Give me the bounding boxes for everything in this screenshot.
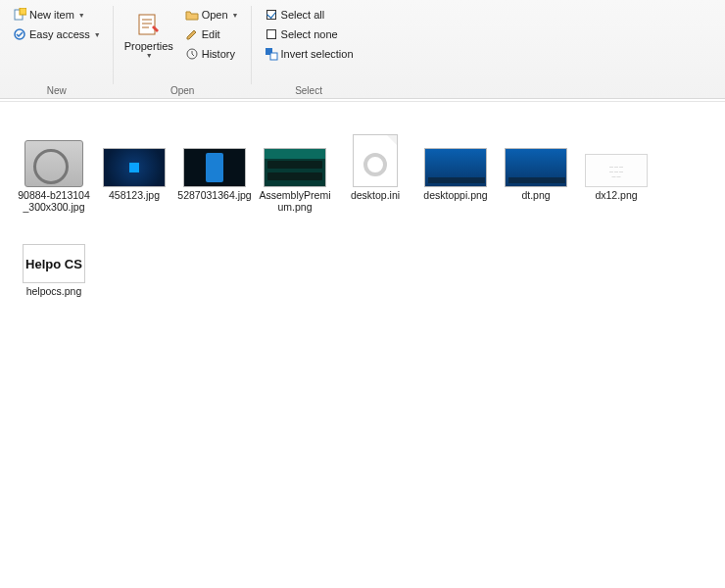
history-button[interactable]: History (180, 45, 244, 63)
file-name: dt.png (521, 189, 550, 201)
open-label: Open (202, 9, 228, 21)
file-item[interactable]: 5287031364.jpg (174, 122, 255, 218)
dropdown-caret-icon: ▼ (232, 12, 239, 19)
file-item[interactable]: 458123.jpg (94, 122, 174, 218)
file-item[interactable]: desktop.ini (335, 122, 415, 218)
select-all-icon (265, 8, 278, 22)
file-name: helpocs.png (26, 285, 82, 297)
helpo-thumb-text: Helpo CS (23, 244, 85, 283)
svg-rect-3 (139, 15, 155, 34)
select-all-button[interactable]: Select all (260, 6, 359, 24)
open-button[interactable]: Open ▼ (180, 6, 244, 24)
invert-selection-icon (265, 47, 278, 61)
file-item[interactable]: dt.png (496, 122, 576, 218)
file-thumbnail (21, 126, 87, 187)
svg-rect-1 (20, 8, 26, 15)
file-item[interactable]: 90884-b213104_300x300.jpg (14, 122, 94, 218)
properties-label: Properties (124, 40, 173, 52)
edit-label: Edit (202, 28, 220, 40)
invert-selection-label: Invert selection (281, 48, 354, 60)
edit-button[interactable]: Edit (180, 25, 244, 43)
properties-icon (135, 11, 163, 38)
files-area[interactable]: 90884-b213104_300x300.jpg 458123.jpg 528… (0, 102, 725, 302)
file-name: 90884-b213104_300x300.jpg (16, 189, 92, 213)
group-label-select: Select (260, 85, 359, 98)
new-item-icon (13, 8, 26, 22)
group-label-new: New (8, 85, 106, 98)
file-name: desktoppi.png (423, 189, 487, 201)
easy-access-icon (13, 27, 26, 41)
file-thumbnail (262, 126, 328, 187)
ribbon-group-select: Select all Select none Invert selection … (252, 0, 366, 98)
file-name: desktop.ini (351, 189, 400, 201)
history-label: History (202, 48, 235, 60)
ribbon-group-open: Properties ▼ Open ▼ E (114, 0, 252, 98)
file-thumbnail (503, 126, 569, 187)
select-all-label: Select all (281, 9, 325, 21)
dropdown-caret-icon: ▼ (78, 12, 85, 19)
file-name: AssemblyPremium.png (257, 189, 333, 213)
file-thumbnail: — — —— — —— — (583, 126, 650, 187)
group-label-open: Open (121, 85, 244, 98)
file-thumbnail (342, 126, 409, 187)
file-item[interactable]: — — —— — —— — dx12.png (576, 122, 656, 218)
history-icon (185, 47, 199, 61)
open-icon (185, 8, 199, 22)
file-name: 458123.jpg (109, 189, 160, 201)
dropdown-caret-icon: ▼ (94, 31, 101, 38)
easy-access-button[interactable]: Easy access ▼ (8, 25, 106, 43)
new-item-button[interactable]: New item ▼ (8, 6, 106, 24)
select-none-label: Select none (281, 28, 338, 40)
properties-button[interactable]: Properties ▼ (121, 6, 176, 62)
file-thumbnail (101, 126, 168, 187)
file-item[interactable]: desktoppi.png (415, 122, 496, 218)
ribbon: New item ▼ Easy access ▼ New (0, 0, 725, 99)
easy-access-label: Easy access (29, 28, 90, 40)
select-none-button[interactable]: Select none (260, 25, 359, 43)
dropdown-caret-icon: ▼ (146, 52, 153, 59)
file-item[interactable]: Helpo CS helpocs.png (14, 218, 94, 302)
file-name: 5287031364.jpg (177, 189, 251, 201)
file-thumbnail (181, 126, 248, 187)
invert-selection-button[interactable]: Invert selection (260, 45, 359, 63)
new-item-label: New item (29, 9, 74, 21)
file-item[interactable]: AssemblyPremium.png (255, 122, 335, 218)
edit-icon (185, 27, 199, 41)
file-name: dx12.png (595, 189, 637, 201)
file-thumbnail (422, 126, 489, 187)
ribbon-group-new: New item ▼ Easy access ▼ New (0, 0, 114, 98)
select-none-icon (265, 27, 278, 41)
file-thumbnail: Helpo CS (21, 222, 87, 283)
svg-rect-6 (270, 53, 277, 60)
